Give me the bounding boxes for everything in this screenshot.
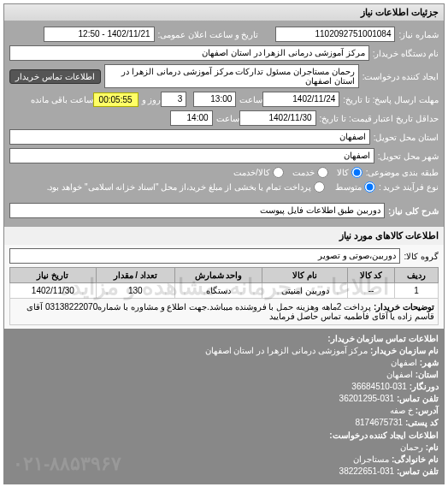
prov-label: استان محل تحویل: — [374, 133, 439, 142]
countdown: 00:05:55 — [93, 92, 139, 107]
days-field: 3 — [161, 92, 186, 107]
goods-section-title: اطلاعات کالاهای مورد نیاز — [4, 227, 444, 245]
addr-label: آدرس: — [416, 406, 439, 415]
cell-code: -- — [348, 283, 395, 299]
creator-header: اطلاعات ایجاد کننده درخواست: — [9, 431, 439, 440]
prov-field: اصفهان — [9, 129, 370, 145]
desc-row: توضیحات خریدار: پرداخت 2ماهه وهزینه حمل … — [10, 299, 439, 325]
cell-unit: دستگاه — [174, 283, 262, 299]
cat-both-radio[interactable] — [273, 167, 284, 178]
proc-note-radio[interactable] — [314, 181, 325, 193]
col-unit: واحد شمارش — [174, 268, 262, 283]
col-qty: تعداد / مقدار — [96, 268, 174, 283]
resp-date-field: 1402/11/24 — [262, 92, 339, 107]
buyer-dev-field: مرکز آموزشی درمانی الزهرا در استان اصفها… — [9, 45, 369, 61]
req-no-label: شماره نیاز: — [398, 30, 439, 39]
org-value: مرکز آموزشی درمانی الزهرا در استان اصفها… — [205, 346, 368, 355]
tel-label: تلفن تماس: — [397, 394, 439, 403]
zip-value: 8174675731 — [355, 418, 403, 427]
col-code: کد کالا — [348, 268, 395, 283]
panel-title: جزئیات اطلاعات نیاز — [4, 4, 444, 21]
pub-dt-label: تاریخ و ساعت اعلان عمومی: — [158, 30, 259, 39]
fax-value: 031-36684510 — [351, 382, 407, 391]
zip-label: کد پستی: — [405, 418, 439, 427]
cname-value: رحمان — [400, 443, 423, 452]
group-label: گروه کالا: — [404, 252, 439, 261]
ctel-value: 031-38222651 — [339, 466, 395, 476]
summary-field: دوربین طبق اطلاعات فایل پیوست — [9, 203, 385, 218]
cat-goods-radio[interactable] — [351, 167, 363, 178]
ccity-value: اصفهان — [391, 358, 417, 367]
cat-service-option[interactable]: خدمت — [292, 167, 328, 178]
fax-label: دورنگار: — [410, 382, 439, 391]
creator-field: رحمان مستاجران مسئول تدارکات مرکز آموزشی… — [104, 64, 359, 88]
city-field: اصفهان — [9, 148, 374, 163]
summary-label: شرح کلی نیاز: — [388, 206, 439, 216]
buyer-dev-label: نام دستگاه خریدار: — [373, 49, 439, 58]
proc-mid-option[interactable]: متوسط — [335, 181, 375, 193]
desc-cell: توضیحات خریدار: پرداخت 2ماهه وهزینه حمل … — [10, 299, 439, 325]
valid-date-field: 1402/11/30 — [239, 110, 316, 126]
proc-mid-radio[interactable] — [364, 181, 375, 193]
cat-label: طبقه بندی موضوعی: — [366, 168, 439, 177]
col-name: نام کالا — [262, 268, 348, 283]
buyer-contact-button[interactable]: اطلاعات تماس خریدار — [9, 69, 101, 84]
ctel-label: تلفن تماس: — [397, 466, 439, 476]
tel-value: 031-36201295 — [339, 394, 395, 403]
goods-table: ردیف کد کالا نام کالا واحد شمارش تعداد /… — [9, 267, 439, 325]
cat-goods-option[interactable]: کالا — [337, 167, 363, 178]
contact-header: اطلاعات تماس سازمان خریدار: — [9, 334, 439, 343]
proc-note-option[interactable]: پرداخت تمام یا بخشی از مبلغ خرید،از محل … — [47, 181, 325, 193]
cname-label: نام: — [426, 443, 439, 452]
col-date: تاریخ نیاز — [10, 268, 97, 283]
details-panel: جزئیات اطلاعات نیاز شماره نیاز: 11020927… — [3, 3, 445, 484]
pub-dt-field: 1402/11/21 - 12:50 — [44, 27, 155, 42]
cell-name: دوربین امنیتی — [262, 283, 348, 299]
form-area: شماره نیاز: 1102092751001084 تاریخ و ساع… — [4, 21, 444, 227]
contact-area: اطلاعات تماس سازمان خریدار: نام سازمان خ… — [4, 329, 444, 484]
req-no-field: 1102092751001084 — [275, 27, 395, 42]
cat-radio-group: کالا خدمت کالا/خدمت — [233, 167, 363, 178]
city-label: شهر محل تحویل: — [378, 151, 439, 161]
goods-area: گروه کالا: دوربین،صوتی و تصویر ردیف کد ک… — [4, 245, 444, 329]
lname-value: مستاجران — [353, 454, 389, 464]
cell-idx: 1 — [394, 283, 438, 299]
cprov-label: استان: — [416, 370, 439, 379]
valid-time-label: ساعت — [216, 114, 239, 123]
valid-time-field: 14:00 — [170, 110, 213, 126]
cat-service-radio[interactable] — [317, 167, 328, 178]
addr-value: خ صفه — [390, 406, 413, 415]
valid-label: حداقل تاریخ اعتبار قیمت: تا تاریخ: — [320, 114, 439, 123]
resp-deadline-label: مهلت ارسال پاسخ: تا تاریخ: — [343, 95, 439, 104]
remain-suffix: ساعت باقی مانده — [31, 95, 93, 104]
table-header-row: ردیف کد کالا نام کالا واحد شمارش تعداد /… — [10, 268, 439, 283]
cell-qty: 130 — [96, 283, 174, 299]
cat-both-option[interactable]: کالا/خدمت — [233, 167, 284, 178]
cprov-value: اصفهان — [386, 370, 413, 379]
lname-label: نام خانوادگی: — [392, 454, 439, 464]
ccity-label: شهر: — [420, 358, 439, 367]
resp-time-field: 13:00 — [193, 92, 236, 107]
days-suffix: روز و — [142, 95, 162, 104]
resp-time-label: ساعت — [239, 95, 262, 104]
org-label: نام سازمان خریدار: — [370, 346, 439, 355]
desc-label: توضیحات خریدار: — [374, 302, 434, 312]
group-field: دوربین،صوتی و تصویر — [9, 248, 400, 264]
proc-label: نوع فرآیند خرید : — [379, 182, 439, 192]
cell-date: 1402/11/30 — [10, 283, 97, 299]
table-row: 1 -- دوربین امنیتی دستگاه 130 1402/11/30 — [10, 283, 439, 299]
creator-label: ایجاد کننده درخواست: — [363, 72, 439, 81]
col-idx: ردیف — [394, 268, 438, 283]
